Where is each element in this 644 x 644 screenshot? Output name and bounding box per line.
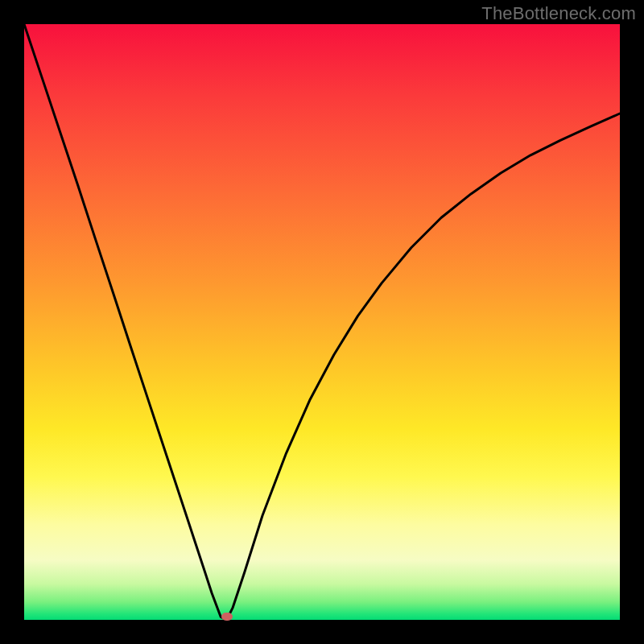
chart-frame: TheBottleneck.com: [0, 0, 644, 644]
watermark-text: TheBottleneck.com: [481, 3, 636, 24]
curve-path: [24, 24, 620, 620]
bottleneck-curve: [24, 24, 620, 620]
plot-area: [24, 24, 620, 620]
minimum-marker: [221, 613, 233, 621]
